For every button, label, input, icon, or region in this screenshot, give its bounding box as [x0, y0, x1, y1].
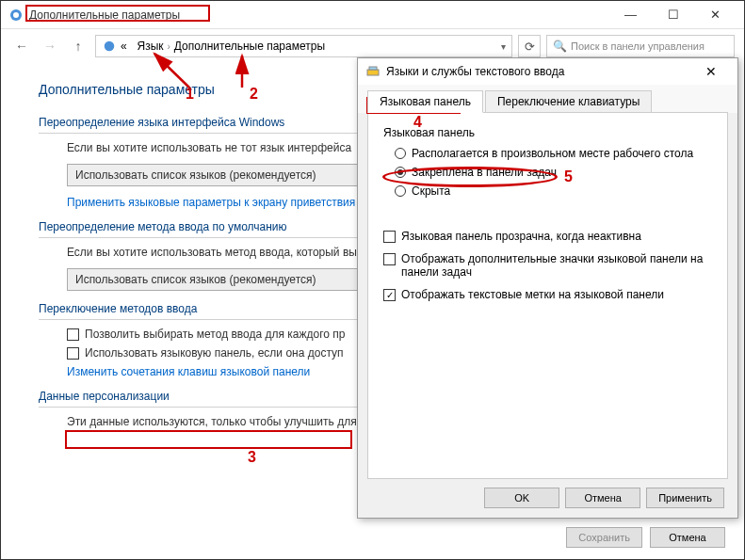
search-input[interactable]: 🔍 Поиск в панели управления — [546, 35, 735, 57]
tab-language-bar[interactable]: Языковая панель — [367, 90, 483, 113]
radio-floating-label: Располагается в произвольном месте рабоч… — [412, 147, 693, 160]
breadcrumb[interactable]: « Язык › Дополнительные параметры ▾ — [95, 35, 512, 57]
minimize-button[interactable]: — — [609, 2, 652, 28]
search-placeholder: Поиск в панели управления — [571, 40, 705, 52]
radio-hidden[interactable] — [395, 185, 406, 197]
forward-button: → — [39, 35, 61, 57]
langbar-group-title: Языковая панель — [383, 126, 712, 139]
check-transparent[interactable] — [383, 231, 396, 243]
per-app-input-label: Позволить выбирать метод ввода для каждо… — [85, 328, 346, 341]
breadcrumb-dropdown-icon[interactable]: ▾ — [501, 41, 506, 52]
radio-floating[interactable] — [395, 148, 406, 159]
breadcrumb-item-advanced[interactable]: Дополнительные параметры — [174, 40, 325, 53]
search-icon: 🔍 — [553, 40, 567, 53]
breadcrumb-sep-icon: › — [168, 41, 170, 52]
breadcrumb-icon — [102, 39, 117, 54]
dialog-icon — [365, 64, 381, 79]
check-transparent-label: Языковая панель прозрачна, когда неактив… — [401, 230, 641, 243]
tab-keyboard-switch[interactable]: Переключение клавиатуры — [485, 90, 652, 113]
check-extra-icons[interactable] — [383, 253, 396, 265]
up-button[interactable]: ↑ — [67, 35, 89, 57]
svg-rect-3 — [367, 70, 379, 75]
back-button[interactable]: ← — [10, 35, 33, 57]
svg-point-2 — [105, 41, 115, 52]
dialog-apply-button[interactable]: Применить — [646, 488, 724, 508]
refresh-button[interactable]: ⟳ — [518, 35, 541, 57]
breadcrumb-root-glyph: « — [121, 40, 127, 53]
app-icon — [8, 8, 24, 23]
control-panel-window: Дополнительные параметры — ☐ ✕ ← → ↑ « Я… — [0, 0, 745, 560]
check-extra-icons-label: Отображать дополнительные значки языково… — [401, 252, 712, 279]
check-text-labels[interactable] — [383, 289, 396, 301]
close-button[interactable]: ✕ — [694, 2, 737, 28]
dropdown-value: Использовать список языков (рекомендуетс… — [75, 168, 316, 182]
radio-hidden-label: Скрыта — [412, 184, 450, 198]
dialog-title: Языки и службы текстового ввода — [386, 65, 692, 78]
svg-rect-4 — [369, 67, 377, 70]
per-app-input-checkbox[interactable] — [67, 328, 79, 341]
cancel-button[interactable]: Отмена — [650, 527, 725, 548]
check-text-labels-label: Отображать текстовые метки на языковой п… — [401, 288, 664, 301]
maximize-button[interactable]: ☐ — [652, 2, 694, 28]
text-services-dialog: Языки и службы текстового ввода ✕ Языков… — [357, 57, 738, 519]
dialog-close-button[interactable]: ✕ — [692, 59, 730, 84]
window-title: Дополнительные параметры — [29, 8, 609, 22]
svg-point-1 — [13, 12, 19, 18]
breadcrumb-sep-icon — [131, 41, 134, 52]
dialog-buttons: OK Отмена Применить — [484, 488, 724, 508]
dropdown-value: Использовать список языков (рекомендуетс… — [75, 273, 316, 286]
breadcrumb-item-language[interactable]: Язык — [137, 40, 163, 53]
radio-docked[interactable] — [395, 167, 406, 178]
use-langbar-checkbox[interactable] — [67, 347, 79, 360]
main-buttons: Сохранить Отмена — [566, 527, 725, 548]
dialog-tabs: Языковая панель Переключение клавиатуры — [358, 85, 737, 113]
dialog-titlebar: Языки и службы текстового ввода ✕ — [358, 58, 737, 85]
dialog-cancel-button[interactable]: Отмена — [565, 488, 640, 508]
radio-docked-label: Закреплена в панели задач — [412, 166, 557, 179]
titlebar: Дополнительные параметры — ☐ ✕ — [1, 1, 744, 29]
dialog-ok-button[interactable]: OK — [484, 488, 559, 508]
save-button: Сохранить — [566, 527, 642, 548]
use-langbar-label: Использовать языковую панель, если она д… — [85, 346, 344, 360]
tab-content: Языковая панель Располагается в произвол… — [367, 112, 728, 479]
